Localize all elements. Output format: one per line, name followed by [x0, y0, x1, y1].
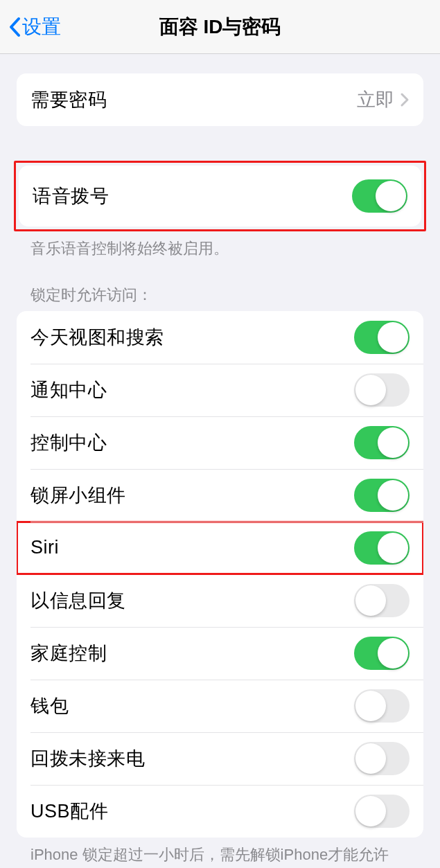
lock-access-label: USB配件	[30, 799, 108, 824]
chevron-right-icon	[400, 92, 410, 107]
voice-dial-label: 语音拨号	[33, 184, 109, 209]
require-passcode-value: 立即	[357, 87, 394, 112]
lock-access-row: USB配件	[17, 785, 423, 838]
voice-dial-row: 语音拨号	[19, 166, 421, 227]
lock-access-toggle[interactable]	[354, 742, 410, 775]
lock-access-row: 今天视图和搜索	[17, 311, 423, 364]
voice-dial-group: 语音拨号	[19, 166, 421, 227]
lock-access-row: 控制中心	[17, 416, 423, 469]
require-passcode-label: 需要密码	[30, 87, 107, 112]
back-label: 设置	[22, 14, 61, 40]
lock-access-row: 以信息回复	[17, 574, 423, 627]
lock-access-label: 控制中心	[30, 430, 107, 455]
lock-access-label: 家庭控制	[30, 641, 107, 666]
lock-access-row: 通知中心	[17, 364, 423, 416]
lock-access-label: 通知中心	[30, 378, 107, 402]
lock-access-toggle[interactable]	[354, 321, 410, 354]
lock-access-toggle[interactable]	[354, 531, 410, 565]
lock-access-toggle[interactable]	[354, 426, 410, 459]
lock-access-toggle[interactable]	[354, 689, 410, 723]
lock-access-toggle[interactable]	[354, 373, 410, 407]
require-passcode-row[interactable]: 需要密码 立即	[17, 73, 423, 126]
lock-access-row: 家庭控制	[17, 627, 423, 680]
lock-access-label: 以信息回复	[30, 588, 126, 613]
lock-access-toggle[interactable]	[354, 479, 410, 512]
lock-access-header: 锁定时允许访问：	[30, 285, 410, 305]
chevron-left-icon	[8, 17, 21, 37]
lock-access-toggle[interactable]	[354, 637, 410, 670]
lock-access-row: 锁屏小组件	[17, 469, 423, 522]
lock-access-row: 钱包	[17, 680, 423, 732]
lock-access-label: 钱包	[30, 693, 69, 718]
lock-access-label: 锁屏小组件	[30, 483, 126, 508]
voice-dial-toggle[interactable]	[352, 179, 407, 213]
lock-access-group: 今天视图和搜索通知中心控制中心锁屏小组件Siri以信息回复家庭控制钱包回拨未接来…	[17, 311, 423, 838]
lock-access-toggle[interactable]	[354, 795, 410, 828]
lock-access-toggle[interactable]	[354, 584, 410, 617]
lock-access-label: Siri	[30, 537, 59, 558]
lock-access-footer: iPhone 锁定超过一小时后，需先解锁iPhone才能允许 USB 配件连接。	[30, 844, 410, 868]
lock-access-row: 回拨未接来电	[17, 732, 423, 785]
back-button[interactable]: 设置	[8, 14, 61, 40]
passcode-group: 需要密码 立即	[17, 73, 423, 126]
lock-access-label: 回拨未接来电	[30, 746, 145, 771]
page-title: 面容 ID与密码	[159, 14, 281, 40]
lock-access-row: Siri	[17, 522, 423, 574]
lock-access-label: 今天视图和搜索	[30, 325, 164, 350]
voice-dial-highlight: 语音拨号	[14, 161, 426, 231]
navigation-bar: 设置 面容 ID与密码	[0, 0, 440, 54]
voice-dial-footer: 音乐语音控制将始终被启用。	[30, 238, 410, 260]
